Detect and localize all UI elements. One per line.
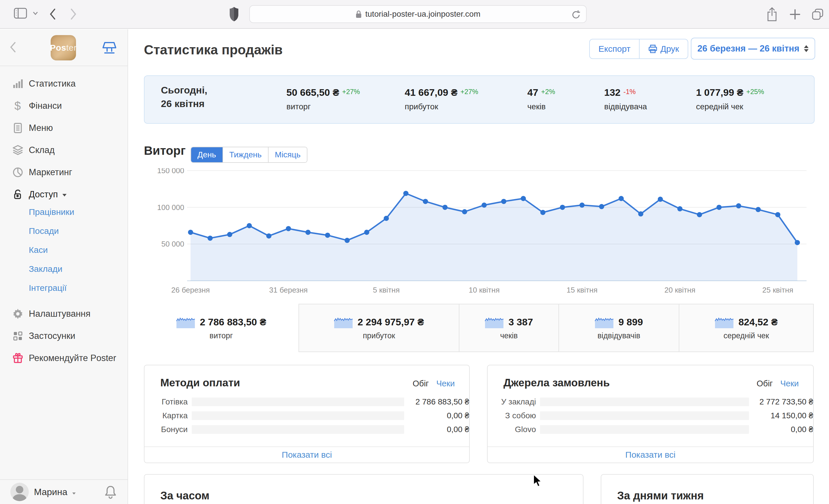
revenue-section-title: Виторг [144,144,186,158]
gift-icon [12,352,24,364]
card-title: Методи оплати [160,377,412,389]
show-all-link[interactable]: Показати всі [144,447,469,463]
user-menu[interactable]: Марина [34,487,77,497]
svg-text:5 квітня: 5 квітня [373,286,400,294]
updown-arrows-icon [804,45,808,52]
payment-methods-card: Методи оплати Обіг Чеки Готівка 2 786 88… [144,365,470,463]
forward-icon[interactable] [69,7,78,21]
back-icon[interactable] [48,7,57,21]
summary-cell-checks[interactable]: 3 387 чеків [459,304,558,352]
poster-logo[interactable]: Poster [51,35,76,61]
summary-cell-revenue[interactable]: 2 786 883,50 ₴ виторг [144,304,298,352]
card-title: За днями тижня [617,490,704,502]
url-text: tutorial-poster-ua.joinposter.com [365,9,480,19]
privacy-shield-icon[interactable] [229,6,239,22]
export-button[interactable]: Експорт [590,39,639,59]
layers-icon [12,145,24,156]
revenue-chart[interactable]: 150 000100 00050 00026 березня31 березня… [144,168,815,296]
source-row-glovo: Glovo 0,00 ₴ [488,425,813,434]
today-summary-band: Сьогодні,26 квітня 50 665,50 ₴+27% витор… [144,75,815,124]
page-title: Статистика продажів [144,42,283,57]
source-row-inhouse: У закладі 2 772 733,50 ₴ [488,397,813,406]
svg-text:31 березня: 31 березня [269,286,308,294]
sidebar-item-statistics[interactable]: Статистика [0,73,128,94]
sidebar-item-menu[interactable]: Меню [0,117,128,139]
svg-text:26 березня: 26 березня [171,286,210,294]
date-range-picker[interactable]: 26 березня — 26 квітня [691,38,815,60]
today-stat-checks: 47+2% чеків [527,87,555,111]
sidebar-item-apps[interactable]: Застосунки [0,325,128,347]
today-date-label: Сьогодні,26 квітня [161,83,207,111]
sparkline-icon [715,316,734,328]
sidebar-item-marketing[interactable]: Маркетинг [0,161,128,183]
sidebar-item-employees[interactable]: Працівники [0,202,128,222]
new-tab-icon[interactable] [789,9,801,20]
chevron-down-icon [72,493,76,495]
sparkline-icon [595,316,614,328]
printer-icon [648,45,657,53]
print-button[interactable]: Друк [639,39,688,59]
sidebar-item-recommend[interactable]: Рекомендуйте Poster [0,347,128,369]
toggle-month[interactable]: Місяць [268,147,307,162]
by-weekday-card: За днями тижня [601,474,814,504]
user-bar: Марина [0,479,128,504]
address-bar[interactable]: tutorial-poster-ua.joinposter.com [249,5,587,23]
period-summary-row: 2 786 883,50 ₴ виторг 2 294 975,97 ₴ при… [144,304,815,352]
svg-text:20 квітня: 20 квітня [664,286,695,294]
collapse-sidebar-icon[interactable] [9,41,17,53]
today-stat-avg-check: 1 077,99 ₴+25% середній чек [696,87,764,111]
sidebar-item-locations[interactable]: Заклади [0,260,128,278]
apps-grid-icon [12,330,24,342]
sidebar: Poster Статистика $ Фінанси Меню Склад М… [0,29,128,504]
summary-cell-visitors[interactable]: 9 899 відвідувачів [558,304,679,352]
summary-cell-profit[interactable]: 2 294 975,97 ₴ прибуток [298,304,459,352]
tab-checks[interactable]: Чеки [436,379,455,388]
main-content: Статистика продажів Експорт Друк 26 бере… [129,29,829,504]
today-stat-profit: 41 667,09 ₴+27% прибуток [405,87,478,111]
sidebar-toggle-icon[interactable] [14,7,27,19]
pie-chart-icon [12,166,24,178]
tab-turnover[interactable]: Обіг [412,379,429,388]
sidebar-item-registers[interactable]: Каси [0,240,128,260]
sidebar-item-stock[interactable]: Склад [0,139,128,161]
svg-text:150 000: 150 000 [157,168,184,175]
svg-text:100 000: 100 000 [157,203,184,212]
source-row-takeaway: З собою 14 150,00 ₴ [488,411,813,420]
sidebar-secondary-nav: Налаштування Застосунки Рекомендуйте Pos… [0,303,128,369]
sidebar-access-submenu: Працівники Посади Каси Заклади Інтеграці… [0,202,128,298]
tab-checks[interactable]: Чеки [780,379,799,388]
toggle-day[interactable]: День [191,147,222,162]
export-print-group: Експорт Друк [589,39,688,59]
toolbar-chevron-down-icon[interactable] [32,11,39,15]
tabs-overview-icon[interactable] [811,7,824,21]
share-icon[interactable] [766,7,778,22]
sidebar-item-settings[interactable]: Налаштування [0,303,128,325]
gear-icon [12,308,24,320]
today-stat-visitors: 132-1% відвідувача [604,87,647,111]
sidebar-item-finance[interactable]: $ Фінанси [0,94,128,117]
document-icon [12,122,24,134]
lock-icon [356,10,362,18]
unlock-icon [12,189,24,200]
tab-turnover[interactable]: Обіг [756,379,772,388]
show-all-link[interactable]: Показати всі [488,447,813,463]
sidebar-item-access[interactable]: Доступ [0,183,128,205]
summary-cell-avg-check[interactable]: 824,52 ₴ середній чек [679,304,814,352]
sidebar-header: Poster [0,29,128,66]
chevron-down-icon [63,194,67,196]
sparkline-icon [485,316,504,328]
order-sources-card: Джерела замовлень Обіг Чеки У закладі 2 … [487,365,814,463]
svg-text:50 000: 50 000 [161,240,184,248]
avatar[interactable] [10,483,29,501]
browser-toolbar: tutorial-poster-ua.joinposter.com [0,0,829,29]
sparkline-icon [334,316,353,328]
refresh-icon[interactable] [571,9,581,22]
pos-terminal-icon[interactable] [101,41,117,55]
by-time-card: За часом [144,474,583,504]
toggle-week[interactable]: Тиждень [222,147,268,162]
sidebar-item-integrations[interactable]: Інтеграції [0,278,128,298]
bar-chart-icon [12,78,24,89]
notifications-bell-icon[interactable] [104,485,117,499]
sidebar-item-positions[interactable]: Посади [0,222,128,240]
sidebar-nav: Статистика $ Фінанси Меню Склад Маркетин… [0,73,128,205]
